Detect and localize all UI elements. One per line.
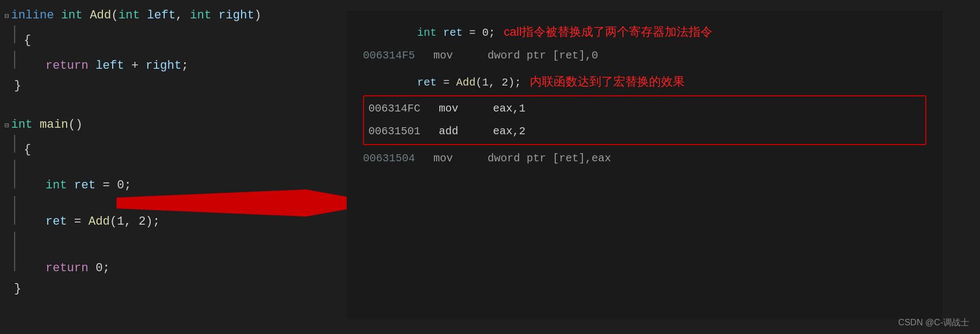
collapse-icon-main[interactable]: ⊟ <box>4 120 9 133</box>
keyword-int-1: int <box>61 5 83 25</box>
blank-bar-1 <box>0 160 336 171</box>
code-line-6: { <box>0 135 336 160</box>
asm-instr-3: 00631501 add eax,2 <box>368 120 921 143</box>
asm-operand-3: eax,2 <box>493 120 525 143</box>
indent-bar2 <box>14 51 15 69</box>
code-line-8: ret = Add (1, 2); <box>0 207 336 232</box>
asm-addr-3: 00631501 <box>368 120 439 143</box>
asm-instr-4: 00631504 mov dword ptr [ret],eax <box>363 147 926 170</box>
asm-op-3: add <box>439 120 493 143</box>
annotation-call: call指令被替换成了两个寄存器加法指令 <box>504 19 712 44</box>
asm-instr-1: 006314F5 mov dword ptr [ret],0 <box>363 44 926 67</box>
asm-addr-1: 006314F5 <box>363 44 433 67</box>
watermark: CSDN @C-调战士 <box>898 317 969 329</box>
code-line-5: ⊟ int main () <box>0 115 336 135</box>
code-line-10: } <box>0 279 336 299</box>
asm-operand-2: eax,1 <box>493 97 525 120</box>
asm-c-line-2: ret = Add (1, 2); 内联函数达到了宏替换的效果 <box>363 69 926 94</box>
asm-op-1: mov <box>433 44 488 67</box>
code-line-3: return left + right ; <box>0 51 336 76</box>
blank-bar-2 <box>0 196 336 207</box>
code-panel: ⊟ inline int Add ( int left , int right … <box>0 0 336 319</box>
asm-operand-1: dword ptr [ret],0 <box>488 44 598 67</box>
fn-name-main: main <box>40 115 68 135</box>
fn-name-add: Add <box>90 5 112 25</box>
keyword-return-1: return <box>46 56 88 76</box>
code-line-7: int ret = 0; <box>0 171 336 195</box>
code-line-2: { <box>0 25 336 50</box>
keyword-inline: inline <box>11 5 54 25</box>
blank-bar-4 <box>0 243 336 253</box>
indent-bar <box>14 25 15 43</box>
asm-addr-2: 006314FC <box>368 97 439 120</box>
collapse-icon-add[interactable]: ⊟ <box>4 10 9 23</box>
asm-c-line-1: int ret = 0; call指令被替换成了两个寄存器加法指令 <box>363 19 926 44</box>
code-line-4: } <box>0 76 336 96</box>
asm-instr-2: 006314FC mov eax,1 <box>368 97 921 120</box>
asm-operand-4: dword ptr [ret],eax <box>488 147 611 170</box>
blank-bar-3 <box>0 232 336 243</box>
code-line-1: ⊟ inline int Add ( int left , int right … <box>0 5 336 25</box>
blank-line-1 <box>0 96 336 115</box>
asm-panel: int ret = 0; call指令被替换成了两个寄存器加法指令 006314… <box>347 11 943 319</box>
indent-bar3 <box>14 135 15 153</box>
asm-addr-4: 00631504 <box>363 147 433 170</box>
red-border-asm-group: 006314FC mov eax,1 00631501 add eax,2 <box>363 95 926 145</box>
asm-op-4: mov <box>433 147 488 170</box>
code-line-9: return 0; <box>0 253 336 278</box>
annotation-inline: 内联函数达到了宏替换的效果 <box>530 69 685 94</box>
keyword-int-main: int <box>11 115 33 135</box>
asm-op-2: mov <box>439 97 493 120</box>
